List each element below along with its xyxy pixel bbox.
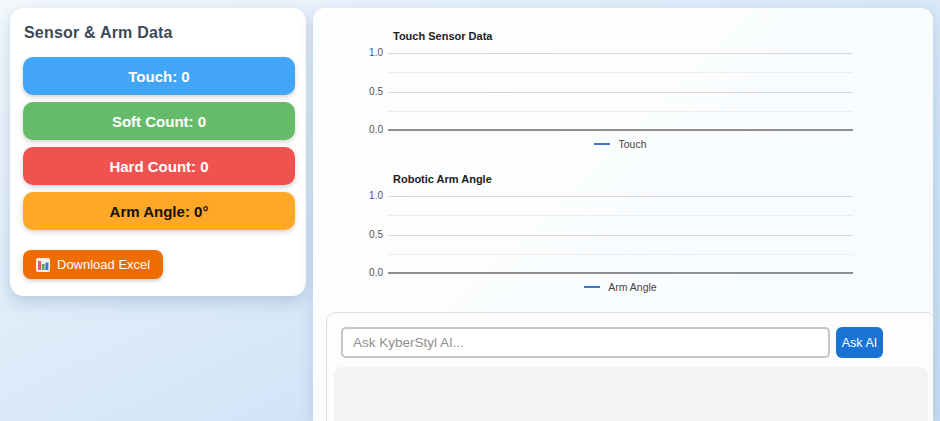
y-tick-label: 0.5 xyxy=(359,229,383,240)
arm-angle-chart-legend: Arm Angle xyxy=(388,281,853,294)
gridline xyxy=(388,215,853,216)
ai-response-area xyxy=(334,367,928,421)
robotic-arm-angle-chart: Robotic Arm Angle 1.0 0.5 0.0 Arm Angle xyxy=(313,173,933,294)
y-tick-label: 0.0 xyxy=(359,267,383,278)
ask-ai-button[interactable]: Ask AI xyxy=(836,327,883,358)
dashboard-panel: Touch Sensor Data 1.0 0.5 0.0 Touch Robo… xyxy=(313,8,933,421)
x-axis-line xyxy=(388,129,853,131)
ask-ai-input[interactable] xyxy=(341,327,830,358)
arm-angle-chart-plot-area: 1.0 0.5 0.0 xyxy=(388,196,853,274)
touch-stat-pill: Touch: 0 xyxy=(23,57,295,95)
ask-ai-section: Ask AI xyxy=(326,312,933,421)
gridline xyxy=(388,254,853,255)
gridline xyxy=(388,53,853,54)
chart-title: Touch Sensor Data xyxy=(393,30,933,43)
legend-line-swatch xyxy=(594,143,610,145)
y-tick-label: 0.0 xyxy=(359,124,383,135)
touch-chart-plot-area: 1.0 0.5 0.0 xyxy=(388,53,853,131)
ask-ai-row: Ask AI xyxy=(341,327,933,358)
gridline xyxy=(388,72,853,73)
download-excel-button[interactable]: Download Excel xyxy=(23,250,163,279)
legend-label: Arm Angle xyxy=(608,281,656,293)
y-tick-label: 1.0 xyxy=(359,190,383,201)
arm-angle-stat-pill: Arm Angle: 0° xyxy=(23,192,295,230)
soft-count-stat-pill: Soft Count: 0 xyxy=(23,102,295,140)
legend-line-swatch xyxy=(584,286,600,288)
x-axis-line xyxy=(388,272,853,274)
download-excel-label: Download Excel xyxy=(57,257,150,272)
gridline xyxy=(388,196,853,197)
chart-title: Robotic Arm Angle xyxy=(393,173,933,186)
gridline xyxy=(388,235,853,236)
touch-chart-legend: Touch xyxy=(388,138,853,151)
gridline xyxy=(388,92,853,93)
legend-label: Touch xyxy=(618,138,646,150)
bar-chart-icon xyxy=(36,258,50,272)
y-tick-label: 1.0 xyxy=(359,47,383,58)
touch-sensor-chart: Touch Sensor Data 1.0 0.5 0.0 Touch xyxy=(313,30,933,151)
y-tick-label: 0.5 xyxy=(359,86,383,97)
gridline xyxy=(388,111,853,112)
hard-count-stat-pill: Hard Count: 0 xyxy=(23,147,295,185)
sensor-arm-data-card: Sensor & Arm Data Touch: 0 Soft Count: 0… xyxy=(10,8,306,296)
card-title: Sensor & Arm Data xyxy=(24,24,295,42)
